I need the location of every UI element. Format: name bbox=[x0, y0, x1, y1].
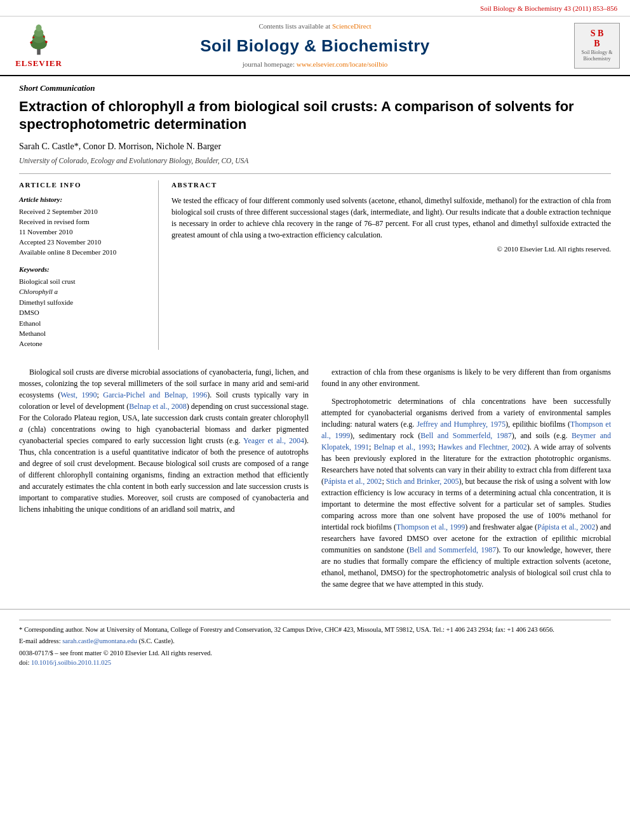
ref-papista-2002b[interactable]: Pápista et al., 2002 bbox=[537, 523, 595, 531]
svg-point-8 bbox=[43, 36, 45, 38]
journal-header: ELSEVIER Contents lists available at Sci… bbox=[0, 17, 630, 76]
body-para-2: extraction of chla from these organisms … bbox=[321, 366, 611, 389]
ref-stich-brinker[interactable]: Stich and Brinker, 2005 bbox=[386, 477, 459, 486]
svg-point-4 bbox=[36, 25, 41, 32]
article-title: Extraction of chlorophyll a from biologi… bbox=[19, 98, 611, 134]
svg-point-5 bbox=[30, 42, 32, 44]
ref-belnap-1993[interactable]: Belnap et al., 1993 bbox=[374, 443, 434, 451]
issn-line: 0038-0717/$ – see front matter © 2010 El… bbox=[19, 649, 611, 658]
elsevier-logo-area: ELSEVIER bbox=[10, 22, 67, 69]
email-footnote: E-mail address: sarah.castle@umontana.ed… bbox=[19, 637, 611, 646]
article-history-label: Article history: bbox=[19, 195, 149, 204]
keyword-acetone: Acetone bbox=[19, 339, 149, 349]
keyword-methanol: Methanol bbox=[19, 329, 149, 338]
doi-link[interactable]: 10.1016/j.soilbio.2010.11.025 bbox=[31, 659, 111, 666]
journal-header-center: Contents lists available at ScienceDirec… bbox=[74, 22, 556, 69]
ref-yeager[interactable]: Yeager et al., 2004 bbox=[243, 436, 304, 445]
journal-title: Soil Biology & Biochemistry bbox=[74, 34, 556, 57]
abstract-text: We tested the efficacy of four different… bbox=[171, 195, 611, 241]
authors: Sarah C. Castle*, Conor D. Morrison, Nic… bbox=[19, 140, 611, 153]
revised-date: 11 November 2010 bbox=[19, 227, 149, 237]
ref-papista-2002[interactable]: Pápista et al., 2002 bbox=[324, 477, 382, 486]
ref-bell-sommerfeld-1987[interactable]: Bell and Sommerfeld, 1987 bbox=[420, 431, 512, 440]
homepage-url[interactable]: www.elsevier.com/locate/soilbio bbox=[297, 60, 387, 68]
abstract-column: Abstract We tested the efficacy of four … bbox=[171, 180, 611, 350]
journal-logo-area: S B B Soil Biology &Biochemistry bbox=[563, 23, 620, 69]
article-info-heading: Article Info bbox=[19, 180, 149, 190]
elsevier-tree-icon bbox=[17, 22, 61, 57]
ref-bell-sommerfeld-1987b[interactable]: Bell and Sommerfeld, 1987 bbox=[409, 545, 496, 554]
footer-divider bbox=[19, 620, 611, 620]
article-body: Short Communication Extraction of chloro… bbox=[0, 76, 630, 609]
elsevier-logo: ELSEVIER bbox=[10, 22, 67, 69]
ref-belnap-2008[interactable]: Belnap et al., 2008 bbox=[129, 402, 187, 411]
svg-point-7 bbox=[32, 37, 34, 39]
article-info-column: Article Info Article history: Received 2… bbox=[19, 180, 159, 350]
received-date: Received 2 September 2010 bbox=[19, 207, 149, 217]
contents-line: Contents lists available at ScienceDirec… bbox=[74, 22, 556, 31]
corresponding-author-footnote: * Corresponding author. Now at Universit… bbox=[19, 625, 611, 635]
body-column-right: extraction of chla from these organisms … bbox=[321, 366, 611, 596]
svg-point-6 bbox=[45, 41, 48, 44]
abstract-heading: Abstract bbox=[171, 180, 611, 190]
available-online: Available online 8 December 2010 bbox=[19, 248, 149, 257]
email-link[interactable]: sarah.castle@umontana.edu bbox=[62, 637, 137, 644]
ref-jeffrey-humphrey[interactable]: Jeffrey and Humphrey, 1975 bbox=[417, 420, 506, 429]
homepage-line: journal homepage: www.elsevier.com/locat… bbox=[74, 60, 556, 69]
body-para-3: Spectrophotometric determinations of chl… bbox=[321, 396, 611, 590]
article-info-abstract-section: Article Info Article history: Received 2… bbox=[19, 173, 611, 350]
ref-thompson-1999b[interactable]: Thompson et al., 1999 bbox=[396, 523, 465, 531]
keyword-dimethyl-sulfoxide: Dimethyl sulfoxide bbox=[19, 298, 149, 307]
keyword-chlorophyll: Chlorophyll a bbox=[19, 287, 149, 297]
body-column-left: Biological soil crusts are diverse micro… bbox=[19, 366, 309, 596]
keyword-ethanol: Ethanol bbox=[19, 319, 149, 328]
keyword-biological-soil-crust: Biological soil crust bbox=[19, 277, 149, 286]
elsevier-wordmark: ELSEVIER bbox=[15, 58, 62, 69]
ref-hawkes-flechtner[interactable]: Hawkes and Flechtner, 2002 bbox=[438, 443, 527, 451]
affiliation: University of Colorado, Ecology and Evol… bbox=[19, 156, 611, 166]
body-para-1: Biological soil crusts are diverse micro… bbox=[19, 366, 309, 515]
revised-label: Received in revised form bbox=[19, 217, 149, 227]
top-header: Soil Biology & Biochemistry 43 (2011) 85… bbox=[0, 0, 630, 17]
ref-garcia-pichel[interactable]: Garcia-Pichel and Belnap, 1996 bbox=[103, 390, 207, 399]
ref-west-1990[interactable]: West, 1990 bbox=[60, 390, 97, 399]
article-type: Short Communication bbox=[19, 83, 611, 94]
keyword-dmso: DMSO bbox=[19, 308, 149, 317]
accepted-date: Accepted 23 November 2010 bbox=[19, 237, 149, 247]
sciencedirect-link[interactable]: ScienceDirect bbox=[332, 22, 372, 30]
copyright: © 2010 Elsevier Ltd. All rights reserved… bbox=[171, 244, 611, 254]
keywords-label: Keywords: bbox=[19, 265, 149, 274]
footer-section: * Corresponding author. Now at Universit… bbox=[0, 609, 630, 673]
sbb-logo-box: S B B Soil Biology &Biochemistry bbox=[574, 23, 620, 69]
journal-reference: Soil Biology & Biochemistry 43 (2011) 85… bbox=[480, 4, 617, 12]
main-body: Biological soil crusts are diverse micro… bbox=[19, 360, 611, 596]
doi-line: doi: 10.1016/j.soilbio.2010.11.025 bbox=[19, 658, 611, 668]
